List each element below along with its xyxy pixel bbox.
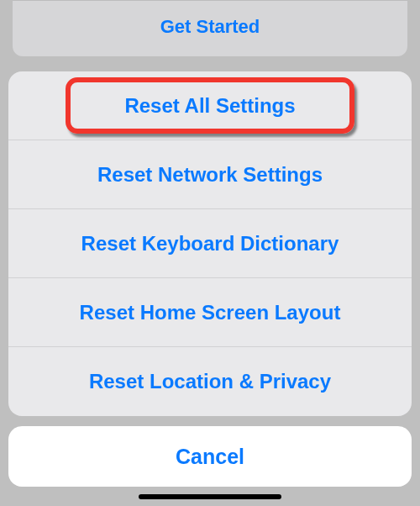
get-started-button[interactable]: Get Started	[13, 1, 407, 56]
reset-action-sheet: Reset All Settings Reset Network Setting…	[8, 71, 412, 416]
sheet-item-label: Reset Location & Privacy	[89, 370, 331, 393]
reset-all-settings-button[interactable]: Reset All Settings	[8, 71, 412, 140]
reset-keyboard-dictionary-button[interactable]: Reset Keyboard Dictionary	[8, 209, 412, 278]
cancel-button[interactable]: Cancel	[8, 426, 412, 487]
sheet-item-label: Reset Home Screen Layout	[80, 301, 341, 324]
background-card: Get Started	[13, 0, 407, 56]
sheet-item-label: Reset All Settings	[124, 94, 295, 118]
reset-location-privacy-button[interactable]: Reset Location & Privacy	[8, 347, 412, 416]
sheet-item-label: Reset Network Settings	[97, 163, 323, 187]
home-indicator[interactable]	[139, 494, 281, 499]
reset-network-settings-button[interactable]: Reset Network Settings	[8, 140, 412, 209]
reset-home-screen-layout-button[interactable]: Reset Home Screen Layout	[8, 278, 412, 347]
sheet-item-label: Reset Keyboard Dictionary	[81, 232, 339, 256]
